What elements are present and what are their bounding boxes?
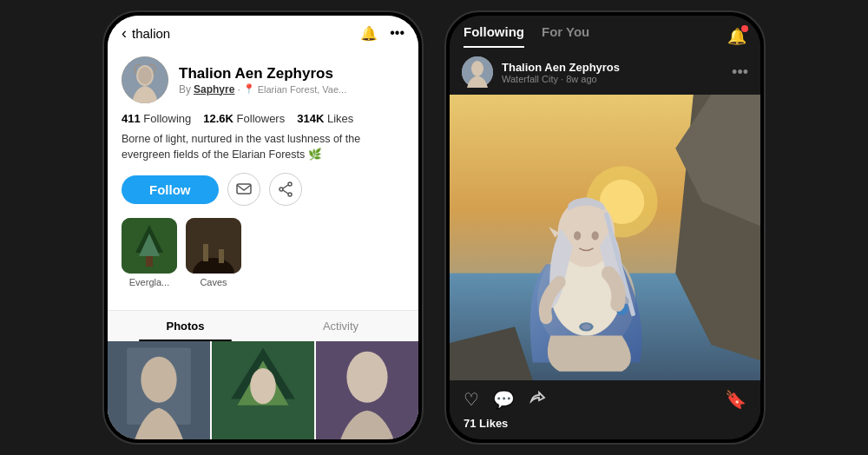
profile-section: Thalion Aen Zephyros By Saphyre · 📍 Elar… [108, 48, 418, 310]
message-icon [236, 183, 252, 195]
svg-point-4 [288, 182, 292, 186]
photos-grid [108, 341, 418, 439]
likes-text: 71 Likes [464, 417, 508, 430]
svg-point-27 [471, 61, 483, 76]
svg-rect-12 [146, 256, 153, 267]
notification-dot [741, 25, 748, 32]
right-phone: Following For You 🔔 [444, 10, 766, 445]
comment-icon[interactable]: 💬 [493, 389, 515, 410]
post-username: Thalion Aen Zephyros [502, 61, 620, 74]
svg-point-5 [279, 188, 283, 191]
tab-photos[interactable]: Photos [108, 311, 263, 341]
bell-notification-icon[interactable]: 🔔 [727, 27, 746, 46]
heart-icon[interactable]: ♡ [464, 389, 479, 410]
svg-point-6 [288, 193, 292, 196]
profile-by-line: By Saphyre · 📍 Elarian Forest, Vae... [179, 83, 404, 96]
svg-point-2 [138, 67, 152, 84]
stats-row: 411 Following 12.6K Followers 314K Likes [122, 112, 404, 125]
svg-point-36 [592, 231, 599, 240]
svg-point-35 [574, 231, 581, 240]
collection-label-caves: Caves [200, 277, 227, 287]
left-actions: ♡ 💬 [464, 389, 546, 410]
feed-header: Following For You 🔔 [450, 16, 760, 48]
collection-thumb-forest [122, 218, 177, 274]
svg-rect-15 [203, 244, 208, 261]
svg-rect-16 [219, 249, 224, 263]
bookmark-icon[interactable]: 🔖 [725, 389, 746, 410]
by-label: By [179, 83, 191, 96]
svg-point-41 [582, 324, 590, 329]
header-icons: 🔔 ••• [360, 25, 404, 42]
svg-line-7 [283, 185, 288, 188]
follow-button[interactable]: Follow [122, 175, 219, 204]
likes-stat: 314K Likes [297, 112, 353, 125]
svg-point-25 [346, 352, 387, 403]
tab-following[interactable]: Following [464, 24, 524, 48]
profile-header-bar: ‹ thalion 🔔 ••• [108, 16, 418, 48]
followers-stat: 12.6K Followers [203, 112, 285, 125]
svg-point-19 [141, 357, 176, 403]
following-stat: 411 Following [122, 112, 191, 125]
bell-icon[interactable]: 🔔 [360, 25, 378, 42]
likes-row: 71 Likes [450, 415, 760, 439]
profile-name-block: Thalion Aen Zephyros By Saphyre · 📍 Elar… [179, 65, 404, 96]
back-label: thalion [132, 26, 170, 41]
post-card: Thalion Aen Zephyros Waterfall City · 8w… [450, 48, 760, 439]
profile-name: Thalion Aen Zephyros [179, 65, 404, 82]
collection-item-caves[interactable]: Caves [186, 218, 241, 287]
tab-for-you[interactable]: For You [542, 24, 589, 48]
svg-point-23 [250, 368, 276, 404]
post-user-info: Thalion Aen Zephyros Waterfall City · 8w… [502, 61, 620, 84]
avatar-image [122, 56, 168, 103]
bio-text: Borne of light, nurtured in the vast lus… [122, 132, 404, 162]
post-avatar [462, 56, 493, 88]
svg-line-8 [283, 190, 288, 194]
photo-cell-2[interactable] [212, 341, 314, 439]
svg-rect-3 [237, 184, 251, 194]
creator-link[interactable]: Saphyre [194, 83, 234, 96]
photo-cell-3[interactable] [316, 341, 418, 439]
back-chevron-icon: ‹ [122, 24, 127, 43]
back-button[interactable]: ‹ thalion [122, 24, 170, 43]
post-actions: ♡ 💬 🔖 [450, 380, 760, 415]
post-header: Thalion Aen Zephyros Waterfall City · 8w… [450, 48, 760, 95]
action-row: Follow [122, 173, 404, 206]
share-icon [279, 181, 293, 197]
post-image [450, 95, 760, 380]
tab-activity[interactable]: Activity [263, 311, 418, 341]
share-button[interactable] [269, 173, 302, 206]
share-icon[interactable] [529, 390, 546, 410]
location-text: Elarian Forest, Vae... [258, 84, 347, 95]
separator-dot: · [237, 83, 240, 96]
post-time-ago: 8w ago [566, 74, 596, 84]
post-meta: Waterfall City · 8w ago [502, 74, 620, 84]
more-icon[interactable]: ••• [390, 25, 404, 42]
avatar [122, 56, 168, 103]
message-button[interactable] [227, 173, 260, 206]
collection-label-forest: Evergla... [129, 277, 169, 287]
location-pin-icon: 📍 [243, 83, 255, 95]
photo-cell-1[interactable] [108, 341, 210, 439]
feed-tabs: Following For You [464, 24, 589, 48]
left-phone: ‹ thalion 🔔 ••• [102, 10, 424, 445]
profile-top: Thalion Aen Zephyros By Saphyre · 📍 Elar… [122, 56, 404, 103]
post-user: Thalion Aen Zephyros Waterfall City · 8w… [462, 56, 620, 88]
collection-item-forest[interactable]: Evergla... [122, 218, 177, 287]
post-location: Waterfall City [502, 74, 558, 84]
post-more-button[interactable]: ••• [732, 63, 748, 82]
collections-row: Evergla... Caves [122, 218, 404, 287]
tabs-row: Photos Activity [108, 310, 418, 341]
collection-thumb-caves [186, 218, 241, 274]
post-illustration [450, 95, 760, 380]
